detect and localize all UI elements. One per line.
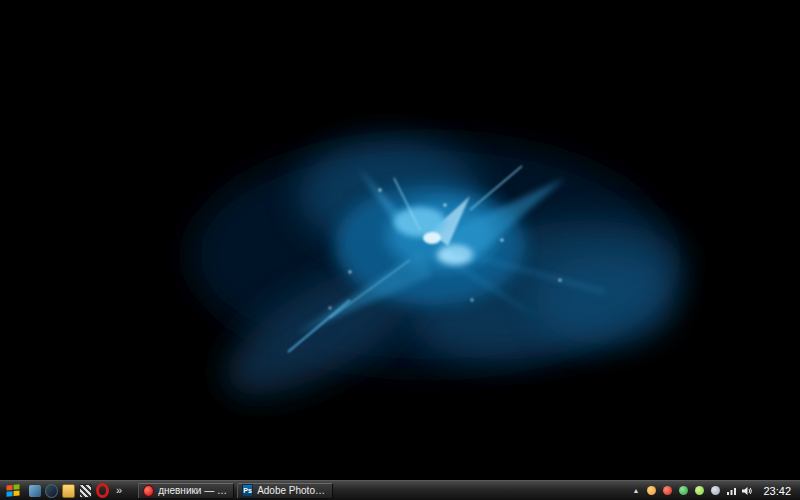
tray-red-icon[interactable] [661, 485, 673, 497]
window-title: Adobe Photoshop C... [257, 485, 328, 496]
windows-logo-icon [6, 484, 20, 498]
start-button[interactable] [3, 482, 23, 499]
diary-red-icon [143, 485, 154, 496]
quick-launch-bar: » [23, 484, 130, 497]
media-player-icon[interactable] [28, 484, 41, 497]
system-tray: ▲ 23:42 [631, 485, 797, 497]
network-icon[interactable] [725, 485, 737, 497]
browser-icon[interactable] [45, 484, 58, 497]
tray-gray-icon[interactable] [709, 485, 721, 497]
folder-icon[interactable] [62, 484, 75, 497]
tray-lightgreen-icon[interactable] [693, 485, 705, 497]
photoshop-icon: Ps [242, 485, 253, 496]
opera-icon[interactable] [96, 484, 109, 497]
tray-collapse-arrow[interactable]: ▲ [631, 487, 642, 494]
tray-green-icon[interactable] [677, 485, 689, 497]
taskbar-clock[interactable]: 23:42 [757, 485, 795, 497]
wallpaper-art [0, 0, 800, 480]
volume-icon[interactable] [741, 485, 753, 497]
task-buttons: дневники — Le ch... Ps Adobe Photoshop C… [138, 483, 333, 499]
tray-orange-icon[interactable] [645, 485, 657, 497]
taskbar: » дневники — Le ch... Ps Adobe Photoshop… [0, 480, 800, 500]
checkerboard-app-icon[interactable] [79, 484, 92, 497]
desktop [0, 0, 800, 480]
quick-launch-overflow-chevron[interactable]: » [113, 485, 125, 496]
taskbar-window-diary[interactable]: дневники — Le ch... [138, 483, 234, 499]
window-title: дневники — Le ch... [158, 485, 229, 496]
taskbar-window-photoshop[interactable]: Ps Adobe Photoshop C... [237, 483, 333, 499]
